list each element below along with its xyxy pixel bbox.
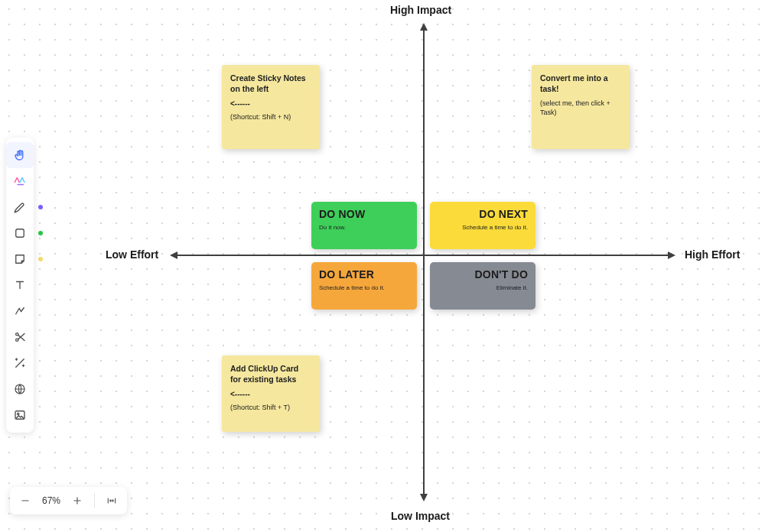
svg-point-5 [18,413,19,414]
color-dot [38,231,43,235]
quadrant-do-later[interactable]: DO LATER Schedule a time to do it. [311,262,417,310]
sticky-note[interactable]: Add ClickUp Card for existing tasks <---… [222,355,320,432]
fit-to-screen-button[interactable] [103,491,121,510]
quadrant-subtitle: Schedule a time to do it. [319,284,409,291]
tool-shape[interactable] [6,220,34,246]
axis-label-bottom: Low Impact [391,510,450,522]
quadrant-title: DO NOW [319,208,409,220]
quadrant-title: DON'T DO [438,268,528,281]
tool-generate[interactable] [6,168,34,194]
arrow-right-icon [668,251,675,259]
axis-vertical [423,29,425,495]
quadrant-subtitle: Do it now. [319,224,409,231]
tool-sticky-note[interactable] [6,246,34,272]
tool-pen[interactable] [6,194,34,220]
quadrant-dont-do[interactable]: DON'T DO Eliminate it. [430,262,536,310]
arrow-left-icon [170,251,177,259]
whiteboard-canvas[interactable]: High Impact Low Impact Low Effort High E… [0,0,765,532]
zoom-in-button[interactable] [68,491,86,510]
axis-label-right: High Effort [685,248,740,261]
tool-text[interactable] [6,272,34,298]
zoom-control: 67% [10,487,127,514]
sticky-arrow: <------ [230,389,311,400]
axis-label-top: High Impact [390,4,451,16]
tool-hand[interactable] [6,142,34,168]
arrow-up-icon [420,23,428,31]
color-dot [38,257,43,261]
zoom-value[interactable]: 67% [39,495,63,506]
divider [94,493,95,508]
sticky-hint: (Shortcut: Shift + T) [230,403,311,412]
quadrant-subtitle: Eliminate it. [438,284,528,291]
color-dot [38,205,43,209]
sticky-title: Add ClickUp Card for existing tasks [230,363,311,384]
quadrant-subtitle: Schedule a time to do it. [438,224,528,231]
axis-label-left: Low Effort [106,248,158,261]
sticky-title: Create Sticky Notes on the left [230,73,311,94]
toolbar [6,138,34,433]
sticky-title: Convert me into a task! [540,73,621,94]
sticky-arrow: <------ [230,99,311,109]
tool-connector[interactable] [6,298,34,324]
sticky-note[interactable]: Convert me into a task! (select me, then… [532,65,630,149]
sticky-note[interactable]: Create Sticky Notes on the left <------ … [222,65,320,149]
svg-rect-0 [16,229,24,238]
tool-ai-magic[interactable] [6,350,34,376]
tool-image[interactable] [6,402,34,428]
quadrant-title: DO NEXT [438,208,528,220]
tool-scissors[interactable] [6,324,34,350]
quadrant-title: DO LATER [319,268,409,281]
zoom-out-button[interactable] [16,491,34,510]
quadrant-do-now[interactable]: DO NOW Do it now. [311,202,417,249]
sticky-hint: (select me, then click + Task) [540,99,621,117]
arrow-down-icon [420,494,428,501]
quadrant-do-next[interactable]: DO NEXT Schedule a time to do it. [430,202,536,249]
tool-web[interactable] [6,376,34,402]
sticky-hint: (Shortcut: Shift + N) [230,112,311,122]
